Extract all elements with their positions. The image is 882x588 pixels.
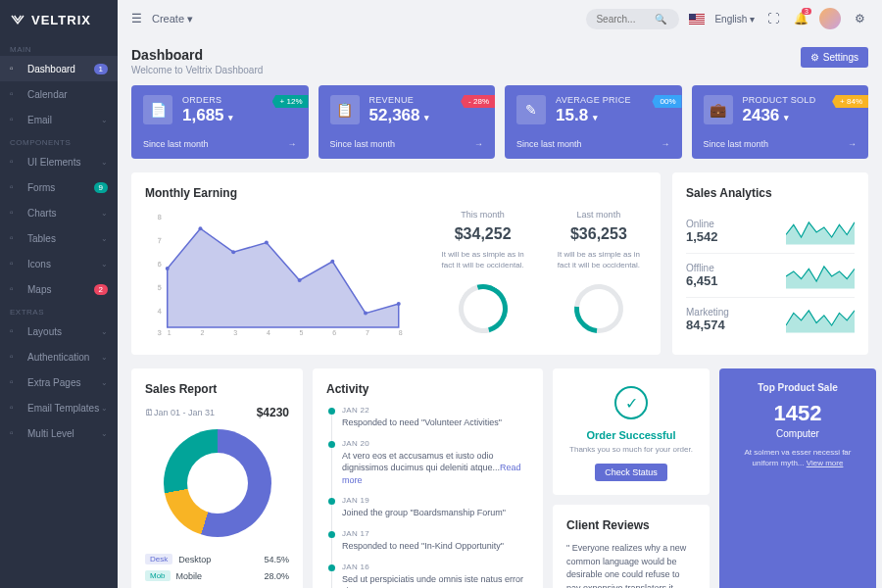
sidebar-item-forms[interactable]: ▫Forms9 xyxy=(0,174,118,200)
stat-icon: 📋 xyxy=(330,95,360,124)
read-more-link[interactable]: Read more xyxy=(342,463,521,485)
view-more-link[interactable]: View more xyxy=(807,459,844,467)
nav-section-header: COMPONENTS xyxy=(0,132,118,149)
nav-icon: ▫ xyxy=(10,325,22,337)
svg-text:6: 6 xyxy=(158,261,162,268)
client-reviews-card: Client Reviews " Everyone realizes why a… xyxy=(553,505,710,588)
sidebar-item-calendar[interactable]: ▫Calendar xyxy=(0,81,118,107)
last-month-amount: $36,253 xyxy=(551,225,647,243)
svg-text:5: 5 xyxy=(158,284,162,291)
sales-total: $4230 xyxy=(257,406,289,419)
sidebar-item-icons[interactable]: ▫Icons⌄ xyxy=(0,251,118,276)
sidebar-item-email-templates[interactable]: ▫Email Templates⌄ xyxy=(0,395,118,420)
nav-icon: ▫ xyxy=(10,376,22,388)
nav-icon: ▫ xyxy=(10,63,22,74)
timeline-item: JAN 16Sed ut perspiciatis unde omnis ist… xyxy=(342,563,529,588)
svg-point-13 xyxy=(397,302,401,306)
svg-text:2: 2 xyxy=(200,329,204,336)
stat-icon: 📄 xyxy=(143,95,172,124)
nav-icon: ▫ xyxy=(10,232,22,244)
sidebar-item-dashboard[interactable]: ▫Dashboard1 xyxy=(0,56,118,81)
card-title: Sales Report xyxy=(145,382,289,396)
fullscreen-icon[interactable]: ⛶ xyxy=(764,10,782,27)
menu-toggle-icon[interactable]: ☰ xyxy=(131,12,142,25)
check-status-button[interactable]: Check Status xyxy=(595,464,667,481)
create-dropdown[interactable]: Create ▾ xyxy=(152,13,193,25)
arrow-icon[interactable]: → xyxy=(288,139,297,149)
nav-section-header: MAIN xyxy=(0,39,118,56)
svg-text:7: 7 xyxy=(366,329,369,336)
card-title: Sales Analytics xyxy=(686,186,855,200)
sparkline-chart xyxy=(786,262,855,289)
svg-text:1: 1 xyxy=(168,329,172,336)
brand-logo[interactable]: VELTRIX xyxy=(0,0,118,39)
language-dropdown[interactable]: English ▾ xyxy=(714,14,755,24)
svg-point-8 xyxy=(231,250,235,254)
nav-icon: ▫ xyxy=(10,88,22,100)
svg-text:8: 8 xyxy=(399,329,403,336)
stat-badge: 00% xyxy=(652,95,681,108)
svg-point-9 xyxy=(265,241,269,245)
sidebar-item-maps[interactable]: ▫Maps2 xyxy=(0,276,118,302)
activity-card: Activity JAN 22Responded to need "Volunt… xyxy=(313,368,543,588)
ring-chart-last xyxy=(564,274,633,343)
sidebar-item-authentication[interactable]: ▫Authentication⌄ xyxy=(0,344,118,369)
sales-donut-chart xyxy=(164,429,271,537)
notifications-icon[interactable]: 🔔3 xyxy=(792,10,809,27)
nav-icon: ▫ xyxy=(10,114,22,125)
ring-chart-this xyxy=(449,275,515,342)
sidebar-item-ui-elements[interactable]: ▫UI Elements⌄ xyxy=(0,149,118,174)
svg-point-11 xyxy=(330,260,334,264)
sidebar-item-tables[interactable]: ▫Tables⌄ xyxy=(0,225,118,251)
stat-badge: + 12% xyxy=(272,95,309,108)
nav-icon: ▫ xyxy=(10,207,22,219)
arrow-icon[interactable]: → xyxy=(662,139,670,149)
svg-text:6: 6 xyxy=(332,329,336,336)
sidebar-item-email[interactable]: ▫Email⌄ xyxy=(0,107,118,132)
arrow-icon[interactable]: → xyxy=(474,139,483,149)
stat-badge: + 84% xyxy=(832,95,868,108)
settings-button[interactable]: ⚙ Settings xyxy=(801,47,868,68)
timeline-item: JAN 17Responded to need "In-Kind Opportu… xyxy=(342,529,529,553)
svg-text:4: 4 xyxy=(267,329,270,336)
timeline-item: JAN 19Joined the group "Boardsmanship Fo… xyxy=(342,496,529,519)
search-input[interactable] xyxy=(596,14,655,24)
settings-gear-icon[interactable]: ⚙ xyxy=(851,10,868,27)
svg-text:8: 8 xyxy=(158,214,162,220)
svg-text:4: 4 xyxy=(158,308,162,315)
sidebar-item-multi-level[interactable]: ▫Multi Level⌄ xyxy=(0,420,118,446)
search-icon: 🔍 xyxy=(655,14,666,24)
search-box[interactable]: 🔍 xyxy=(586,9,679,29)
card-title: Client Reviews xyxy=(566,518,696,532)
sidebar-item-layouts[interactable]: ▫Layouts⌄ xyxy=(0,318,118,344)
monthly-earning-card: Monthly Earning 876543 12345678 xyxy=(131,172,661,355)
product-value: 1452 xyxy=(733,401,862,426)
analytics-row: Online1,542 xyxy=(686,210,855,254)
svg-point-6 xyxy=(166,267,170,270)
nav-section-header: EXTRAS xyxy=(0,302,118,318)
stat-card-average-price: ✎AVERAGE PRICE15.8 ▾00%Since last month→ xyxy=(505,85,682,159)
this-month-amount: $34,252 xyxy=(434,225,530,243)
sparkline-chart xyxy=(786,306,855,333)
sidebar-item-extra-pages[interactable]: ▫Extra Pages⌄ xyxy=(0,369,118,395)
timeline-item: JAN 22Responded to need "Volunteer Activ… xyxy=(342,406,529,429)
nav-icon: ▫ xyxy=(10,181,22,193)
svg-point-10 xyxy=(298,278,302,282)
arrow-icon[interactable]: → xyxy=(848,139,857,149)
nav-icon: ▫ xyxy=(10,156,22,168)
svg-point-12 xyxy=(364,312,368,316)
svg-text:7: 7 xyxy=(158,237,162,244)
timeline-item: JAN 20At vero eos et accusamus et iusto … xyxy=(342,439,529,487)
card-title: Monthly Earning xyxy=(145,186,647,200)
avatar[interactable] xyxy=(819,8,841,29)
sidebar: VELTRIX MAIN▫Dashboard1▫Calendar▫Email⌄C… xyxy=(0,0,118,588)
flag-icon xyxy=(689,14,705,24)
stat-icon: ✎ xyxy=(516,95,546,124)
svg-text:5: 5 xyxy=(300,329,304,336)
legend-row: DeskDesktop54.5% xyxy=(145,551,289,567)
sidebar-item-charts[interactable]: ▫Charts⌄ xyxy=(0,200,118,225)
top-product-card: Top Product Sale 1452 Computer At solmen… xyxy=(719,368,876,588)
page-subtitle: Welcome to Veltrix Dashboard xyxy=(131,65,263,75)
analytics-row: Marketing84,574 xyxy=(686,298,855,341)
nav-icon: ▫ xyxy=(10,427,22,439)
